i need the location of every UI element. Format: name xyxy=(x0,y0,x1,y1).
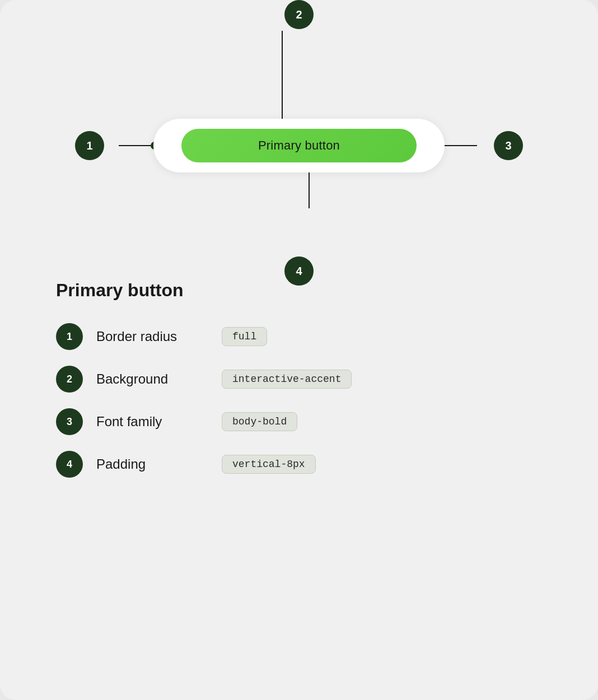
diagram-area: Primary button 1 2 3 xyxy=(45,34,553,269)
node-4-badge-circle: 4 xyxy=(284,256,314,286)
node-1-number: 1 xyxy=(86,139,92,152)
property-row-1: 1 Border radius full xyxy=(56,323,542,350)
prop-number-4: 4 xyxy=(67,459,72,470)
node-2-badge-circle: 2 xyxy=(284,0,314,29)
primary-button-demo[interactable]: Primary button xyxy=(181,129,417,162)
annotation-node-2: 2 xyxy=(284,0,314,29)
node-4-number: 4 xyxy=(296,265,302,278)
annotation-node-1: 1 xyxy=(75,131,104,160)
prop-badge-1: 1 xyxy=(56,323,83,350)
node-1-badge-circle: 1 xyxy=(75,131,104,160)
prop-badge-4: 4 xyxy=(56,451,83,478)
prop-value-1: full xyxy=(222,327,267,346)
annotation-node-3: 3 xyxy=(494,131,523,160)
prop-value-2: interactive-accent xyxy=(222,370,352,389)
prop-label-4: Padding xyxy=(96,456,208,472)
prop-number-3: 3 xyxy=(67,416,72,428)
node-3-badge-circle: 3 xyxy=(494,131,523,160)
prop-value-4: vertical-8px xyxy=(222,455,316,474)
prop-label-2: Background xyxy=(96,371,208,387)
button-label-text: Primary button xyxy=(258,138,340,153)
property-row-4: 4 Padding vertical-8px xyxy=(56,451,542,478)
prop-label-1: Border radius xyxy=(96,329,208,344)
prop-number-2: 2 xyxy=(67,374,72,385)
prop-badge-3: 3 xyxy=(56,408,83,435)
prop-label-3: Font family xyxy=(96,414,208,430)
diagram-container: Primary button 1 2 3 xyxy=(109,62,489,230)
prop-badge-2: 2 xyxy=(56,366,83,393)
node-2-number: 2 xyxy=(296,8,302,21)
main-card: Primary button 1 2 3 xyxy=(0,0,598,700)
property-list: 1 Border radius full 2 Background intera… xyxy=(56,323,542,478)
node-3-number: 3 xyxy=(505,139,511,152)
prop-value-3: body-bold xyxy=(222,412,297,431)
prop-number-1: 1 xyxy=(67,331,72,343)
property-row-3: 3 Font family body-bold xyxy=(56,408,542,435)
annotation-node-4: 4 xyxy=(284,256,314,286)
properties-section: Primary button 1 Border radius full 2 Ba… xyxy=(45,280,553,478)
property-row-2: 2 Background interactive-accent xyxy=(56,366,542,393)
